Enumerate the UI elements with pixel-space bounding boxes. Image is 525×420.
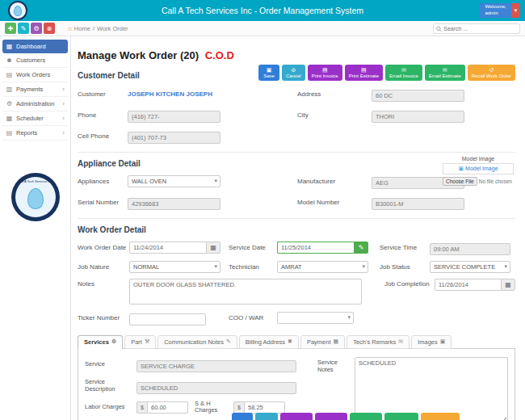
- quick-edit-icon[interactable]: ✎: [18, 23, 29, 34]
- ticker-number-input[interactable]: [129, 313, 206, 326]
- sidebar-item-label: Work Orders: [16, 71, 50, 78]
- sidebar-item-label: Reports: [16, 129, 37, 136]
- service-date-label: Service Date: [229, 244, 277, 251]
- action-buttons: ▣ Save ⊘ Cancel ▤ Print Invoice ▤ Print …: [258, 65, 515, 81]
- job-completion-label: Job Completion: [384, 279, 435, 288]
- save-icon: ▣: [267, 67, 272, 73]
- tab-billing-address[interactable]: Billing Address✖: [239, 335, 299, 349]
- welcome-caret-icon[interactable]: ▾: [511, 3, 520, 18]
- sidebar-item-dashboard[interactable]: ▦ Dashboard: [2, 40, 68, 53]
- sidebar-item-work-orders[interactable]: ▤ Work Orders: [2, 68, 68, 82]
- sidebar-item-payments[interactable]: ▥ Payments ›: [2, 82, 68, 97]
- sidebar-item-scheduler[interactable]: ▦ Scheduler ›: [2, 111, 68, 126]
- quick-power-icon[interactable]: ⊗: [44, 23, 55, 34]
- caret-down-icon: ▾: [347, 314, 351, 321]
- caret-down-icon: ▾: [214, 263, 217, 270]
- save-button[interactable]: ▣ Save: [258, 65, 279, 81]
- job-status-select[interactable]: SERVICE COMPLETE ▾: [430, 261, 510, 273]
- calendar-icon[interactable]: ▦: [501, 279, 515, 291]
- quick-add-icon[interactable]: ✚: [5, 23, 16, 34]
- sh-charges-input[interactable]: [244, 401, 285, 414]
- part-tab-icon: ⚒: [145, 338, 149, 345]
- sidebar-item-customers[interactable]: ☻ Customers: [2, 53, 68, 68]
- model-image-block: Model Image ▣ Model Image Choose File No…: [443, 156, 514, 186]
- chevron-right-icon: ›: [62, 130, 65, 136]
- welcome-label: Welcome,: [485, 4, 506, 10]
- service-notes-textarea[interactable]: SCHEDULED: [355, 357, 508, 420]
- home-icon: ⌂: [68, 25, 72, 32]
- recall-work-order-button-bottom[interactable]: [421, 413, 460, 420]
- email-invoice-button-bottom[interactable]: [350, 413, 382, 420]
- service-field: [136, 360, 296, 372]
- cell-phone-field: [128, 132, 220, 144]
- sidebar-item-reports[interactable]: ▤ Reports ›: [2, 126, 68, 141]
- email-estimate-button[interactable]: ✉ Email Estimate: [425, 65, 465, 81]
- images-tab-icon: ▣: [440, 338, 446, 345]
- job-nature-select[interactable]: NORMAL ▾: [129, 261, 220, 273]
- save-button-bottom[interactable]: [232, 413, 253, 420]
- search-box[interactable]: [433, 23, 520, 34]
- email-estimate-button-bottom[interactable]: [384, 413, 418, 420]
- customers-icon: ☻: [6, 57, 13, 64]
- print-invoice-button-bottom[interactable]: [280, 413, 313, 420]
- service-date-input[interactable]: [277, 242, 354, 254]
- recall-work-order-button[interactable]: ↺ Recall Work Order: [468, 65, 515, 81]
- sidebar-item-label: Dashboard: [16, 43, 46, 50]
- phone-label: Phone: [78, 111, 128, 119]
- no-file-chosen-text: No file chosen: [479, 178, 512, 184]
- reports-icon: ▤: [6, 129, 13, 136]
- tab-part[interactable]: Part⚒: [124, 335, 156, 349]
- choose-file-button[interactable]: Choose File: [443, 177, 477, 186]
- model-image-link[interactable]: ▣ Model Image: [443, 163, 514, 174]
- services-tab-panel: Service Service Description Labor Charge…: [78, 348, 515, 420]
- search-input[interactable]: [443, 26, 517, 32]
- caret-down-icon: ▾: [504, 263, 507, 270]
- cancel-button[interactable]: ⊘ Cancel: [282, 65, 305, 81]
- tab-payment[interactable]: Payment▦: [300, 335, 345, 349]
- tab-services[interactable]: Services⚙: [78, 335, 123, 349]
- cancel-button-bottom[interactable]: [255, 413, 278, 420]
- ticker-number-label: Ticker Number: [78, 314, 129, 321]
- appliances-select[interactable]: WALL OVEN ▾: [128, 175, 220, 187]
- phone-field: [128, 111, 220, 123]
- coo-war-label: COO / WAR: [229, 314, 277, 321]
- tab-images[interactable]: Images▣: [411, 335, 452, 349]
- recall-icon: ↺: [489, 67, 494, 73]
- service-description-field: [136, 382, 296, 394]
- quick-settings-icon[interactable]: ⚙: [31, 23, 42, 34]
- customer-name-link[interactable]: JOSEPH KITCHEN JOSEPH: [128, 90, 220, 98]
- customer-label: Customer: [78, 90, 128, 98]
- appliances-label: Appliances: [78, 178, 128, 185]
- service-time-field: [430, 243, 510, 255]
- print-estimate-button[interactable]: ▤ Print Estimate: [345, 65, 383, 81]
- dollar-sign: $: [233, 401, 244, 414]
- welcome-admin-button[interactable]: Welcome, admin ▾: [480, 3, 520, 18]
- manufacturer-label: Manufacturer: [297, 178, 372, 185]
- email-invoice-button[interactable]: ✉ Email Invoice: [385, 65, 422, 81]
- tab-communication-notes[interactable]: Communication Notes✎: [158, 335, 237, 349]
- job-completion-input[interactable]: [435, 279, 501, 291]
- technician-select[interactable]: AMRAT ▾: [277, 261, 368, 273]
- calendar-icon[interactable]: ▦: [206, 242, 220, 254]
- notes-textarea[interactable]: OUTER DOOR GLASS SHATTERED.: [129, 279, 362, 304]
- print-invoice-button[interactable]: ▤ Print Invoice: [308, 65, 342, 81]
- service-time-label: Service Time: [380, 244, 430, 251]
- print-estimate-button-bottom[interactable]: [315, 413, 347, 420]
- breadcrumb-home[interactable]: Home: [74, 25, 90, 32]
- sh-charges-label: S & H Charges: [195, 401, 233, 414]
- sidebar-item-administration[interactable]: ⚙ Administration ›: [2, 97, 68, 111]
- coo-war-select[interactable]: ▾: [277, 312, 354, 324]
- edit-service-date-icon[interactable]: ✎: [354, 242, 368, 254]
- model-number-label: Model Number: [297, 199, 372, 206]
- serial-number-label: Serial Number: [78, 199, 128, 206]
- serial-number-field: [128, 198, 220, 210]
- cell-phone-label: Cell Phone: [78, 132, 128, 140]
- job-nature-label: Job Nature: [78, 263, 129, 271]
- communication-notes-tab-icon: ✎: [226, 338, 231, 345]
- tab-techs-remarks[interactable]: Tech's Remarks✉: [346, 335, 410, 349]
- labor-charges-input[interactable]: [147, 401, 188, 414]
- address-field: [372, 90, 464, 102]
- chevron-right-icon: ›: [62, 116, 65, 122]
- appliance-section: Appliance Detail Appliances WALL OVEN ▾ …: [78, 153, 515, 210]
- work-order-date-input[interactable]: [129, 242, 206, 254]
